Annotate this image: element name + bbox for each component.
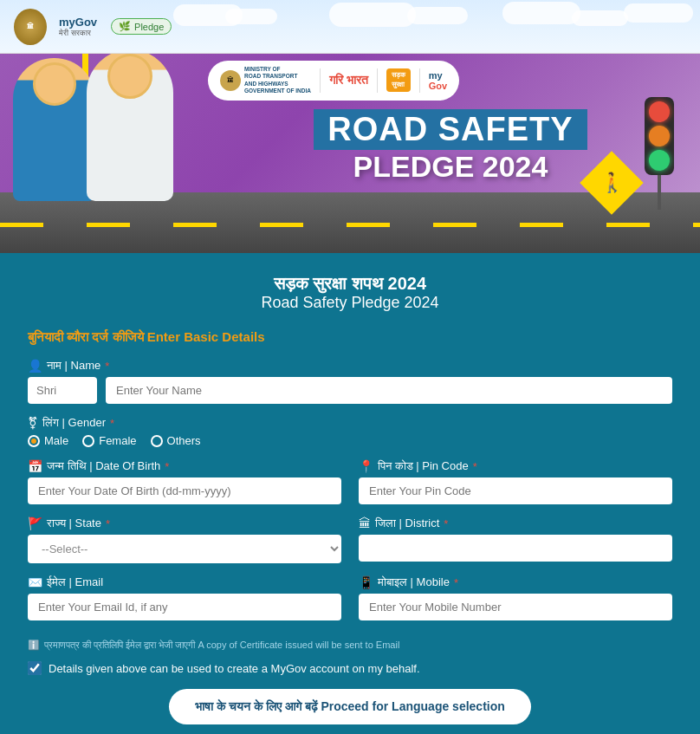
banner: 🏛 MINISTRY OF ROAD TRANSPORT AND HIGHWAY…: [0, 54, 700, 253]
gender-female[interactable]: Female: [82, 434, 136, 447]
dob-pincode-row: 📅 जन्म तिथि | Date Of Birth * 📍 पिन कोड …: [28, 459, 672, 516]
title-main: ROAD SAFETY: [314, 109, 587, 150]
form-title-hindi: सड़क सुरक्षा शपथ 2024: [28, 274, 672, 294]
state-label: 🚩 राज्य | State *: [28, 516, 341, 530]
calendar-icon: 📅: [28, 459, 42, 473]
building-icon: 🏛: [359, 516, 371, 530]
mygov-logo: myGov मेरी सरकार: [59, 16, 97, 38]
traffic-light-assembly: [645, 97, 674, 210]
gar-bharat-text: गरि भारत: [329, 73, 368, 88]
mobile-label-text: मोबाइल | Mobile: [378, 575, 450, 589]
others-radio[interactable]: [151, 435, 163, 447]
state-label-text: राज्य | State: [47, 516, 101, 530]
male-radio[interactable]: [28, 435, 40, 447]
gender-others[interactable]: Others: [151, 434, 201, 447]
dob-label-text: जन्म तिथि | Date Of Birth: [47, 459, 160, 473]
banner-signs: 🚶: [589, 97, 674, 210]
header: 🏛 myGov मेरी सरकार 🌿 Pledge: [0, 0, 700, 54]
dob-field-group: 📅 जन्म तिथि | Date Of Birth *: [28, 459, 341, 504]
yellow-light: [649, 126, 670, 146]
section-label: बुनियादी ब्यौरा दर्ज कीजिये Enter Basic …: [28, 329, 672, 345]
email-field-group: ✉️ ईमेल | Email: [28, 575, 341, 620]
mobile-label: 📱 मोबाइल | Mobile *: [359, 575, 672, 589]
red-light: [649, 101, 670, 122]
person-icon: 👤: [28, 359, 42, 373]
state-district-row: 🚩 राज्य | State * --Select-- 🏛 जिला | Di…: [28, 516, 672, 575]
ministry-text: MINISTRY OF ROAD TRANSPORT AND HIGHWAYS …: [244, 66, 311, 95]
name-label: 👤 नाम | Name *: [28, 359, 672, 373]
mygov-banner: myGov: [429, 70, 447, 91]
checkbox-row: Details given above can be used to creat…: [28, 661, 672, 675]
email-icon: ✉️: [28, 575, 42, 589]
traffic-light: [645, 97, 674, 175]
name-input[interactable]: [106, 377, 672, 404]
mobile-icon: 📱: [359, 575, 373, 589]
mygov-checkbox[interactable]: [28, 661, 42, 675]
info-icon: ℹ️: [28, 640, 40, 651]
name-field-group: 👤 नाम | Name *: [28, 359, 672, 404]
district-label-text: जिला | District: [375, 516, 439, 530]
district-input[interactable]: [359, 535, 672, 562]
checkbox-label[interactable]: Details given above can be used to creat…: [49, 662, 420, 675]
pincode-input[interactable]: [359, 477, 672, 504]
name-label-text: नाम | Name: [47, 359, 100, 373]
submit-button[interactable]: भाषा के चयन के लिए आगे बढ़ें Proceed for…: [169, 689, 531, 724]
pincode-label: 📍 पिन कोड | Pin Code *: [359, 459, 672, 473]
ped-sign: 🚶: [580, 151, 644, 215]
gender-label: ⚧ लिंग | Gender *: [28, 416, 672, 430]
email-mobile-row: ✉️ ईमेल | Email 📱 मोबाइल | Mobile *: [28, 575, 672, 633]
road-badge: सड़कसुरक्षा: [386, 68, 411, 92]
state-select[interactable]: --Select--: [28, 535, 341, 563]
logos-bar: 🏛 MINISTRY OF ROAD TRANSPORT AND HIGHWAY…: [208, 61, 459, 101]
gender-options-row: Male Female Others: [28, 434, 672, 447]
gender-label-text: लिंग | Gender: [42, 416, 106, 430]
title-sub: PLEDGE 2024: [353, 150, 548, 183]
dob-input[interactable]: [28, 477, 341, 504]
mygov-text: myGov: [59, 16, 97, 29]
name-row: [28, 377, 672, 404]
district-field-group: 🏛 जिला | District *: [359, 516, 672, 563]
state-field-group: 🚩 राज्य | State * --Select--: [28, 516, 341, 563]
email-input[interactable]: [28, 594, 341, 620]
location-icon: 📍: [359, 459, 373, 473]
name-prefix-input[interactable]: [28, 377, 97, 404]
district-label: 🏛 जिला | District *: [359, 516, 672, 530]
gov-emblem: 🏛: [14, 9, 47, 45]
info-text: ℹ️ प्रमाणपत्र की प्रतिलिपि ईमेल द्वारा भ…: [28, 640, 672, 651]
mobile-field-group: 📱 मोबाइल | Mobile *: [359, 575, 672, 620]
female-radio[interactable]: [82, 435, 94, 447]
flag-icon: 🚩: [28, 516, 42, 530]
pledge-badge: 🌿 Pledge: [111, 18, 172, 35]
pledge-text: Pledge: [134, 22, 164, 32]
info-text-content: प्रमाणपत्र की प्रतिलिपि ईमेल द्वारा भेजी…: [44, 640, 399, 651]
pincode-field-group: 📍 पिन कोड | Pin Code *: [359, 459, 672, 504]
mobile-input[interactable]: [359, 594, 672, 620]
form-title: सड़क सुरक्षा शपथ 2024 Road Safety Pledge…: [28, 274, 672, 312]
form-section: सड़क सुरक्षा शपथ 2024 Road Safety Pledge…: [0, 253, 700, 734]
logo-area: 🏛 myGov मेरी सरकार 🌿 Pledge: [14, 9, 172, 45]
gender-field-group: ⚧ लिंग | Gender * Male Female Others: [28, 416, 672, 447]
pincode-label-text: पिन कोड | Pin Code: [378, 459, 469, 473]
email-label-text: ईमेल | Email: [47, 575, 103, 589]
dob-label: 📅 जन्म तिथि | Date Of Birth *: [28, 459, 341, 473]
green-light: [649, 150, 670, 171]
form-title-english: Road Safety Pledge 2024: [28, 294, 672, 312]
traffic-light-pole: [658, 175, 661, 210]
gender-male[interactable]: Male: [28, 434, 68, 447]
gender-icon: ⚧: [28, 416, 38, 430]
email-label: ✉️ ईमेल | Email: [28, 575, 341, 589]
banner-people: [0, 54, 221, 253]
mygov-subtext: मेरी सरकार: [59, 29, 97, 38]
